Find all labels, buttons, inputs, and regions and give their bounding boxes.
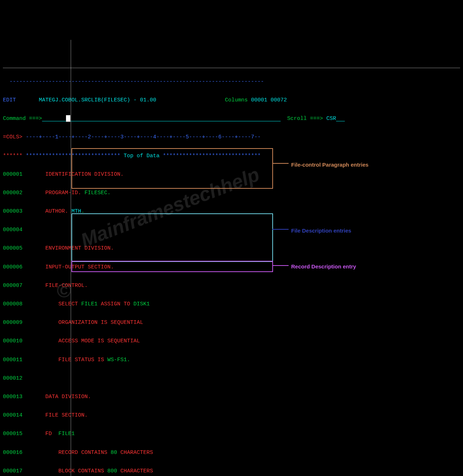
file-control-annotation: File-control Paragraph entries [291, 160, 368, 170]
code-line[interactable]: 000005 ENVIRONMENT DIVISION. [3, 244, 460, 253]
file-description-box [71, 213, 273, 262]
record-description-annotation: Record Description entry [291, 262, 356, 271]
vertical-guide [71, 40, 71, 476]
code-line[interactable]: 000006 INPUT-OUTPUT SECTION. [3, 263, 460, 272]
code-line[interactable]: 000007 FILE-CONTROL. [3, 281, 460, 291]
dash-line: ----------------------------------------… [3, 77, 460, 87]
cols-ruler: =COLS> ----+----1----+----2----+----3---… [3, 133, 460, 142]
columns-label: Columns [225, 97, 248, 103]
code-line[interactable]: 000013 DATA DIVISION. [3, 392, 460, 402]
ispf-editor: ----------------------------------------… [3, 40, 460, 476]
header-line-1: EDIT MATEGJ.COBOL.SRCLIB(FILESEC) - 01.0… [3, 96, 460, 105]
code-line[interactable]: 000012 [3, 374, 460, 383]
code-line[interactable]: 000003 AUTHOR. MTH. [3, 207, 460, 216]
code-line[interactable]: 000011 FILE STATUS IS WS-FS1. [3, 355, 460, 365]
code-line[interactable]: 000004 [3, 225, 460, 235]
command-input[interactable] [42, 121, 281, 121]
annotation-connector [272, 163, 289, 164]
code-line[interactable]: 000016 RECORD CONTAINS 80 CHARACTERS [3, 448, 460, 458]
scroll-label: Scroll ===> [287, 116, 323, 122]
annotation-connector [272, 265, 289, 266]
edit-mode: EDIT [3, 97, 16, 103]
code-line[interactable]: 000017 BLOCK CONTAINS 800 CHARACTERS [3, 467, 460, 476]
annotation-connector [272, 229, 289, 230]
header-line-2: Command ===> Scroll ===> CSR [3, 114, 460, 124]
file-description-annotation: File Description entries [291, 226, 351, 235]
command-label: Command ===> [3, 116, 42, 122]
scroll-value[interactable]: CSR [326, 116, 345, 122]
code-line[interactable]: 000001 IDENTIFICATION DIVISION. [3, 170, 460, 179]
top-of-data: ****** ***************************** Top… [3, 151, 460, 161]
cursor[interactable] [66, 115, 70, 122]
columns-value: 00001 00072 [251, 97, 287, 103]
code-line[interactable]: 000014 FILE SECTION. [3, 411, 460, 420]
code-line[interactable]: 000009 ORGANIZATION IS SEQUENTIAL [3, 318, 460, 327]
code-line[interactable]: 000008 SELECT FILE1 ASSIGN TO DISK1 [3, 300, 460, 309]
code-line[interactable]: 000002 PROGRAM-ID. FILESEC. [3, 188, 460, 198]
code-line[interactable]: 000015 FD FILE1 [3, 429, 460, 439]
title: MATEGJ.COBOL.SRCLIB(FILESEC) - 01.00 [16, 97, 156, 103]
code-line[interactable]: 000010 ACCESS MODE IS SEQUENTIAL [3, 337, 460, 346]
horizontal-guide [3, 68, 460, 68]
